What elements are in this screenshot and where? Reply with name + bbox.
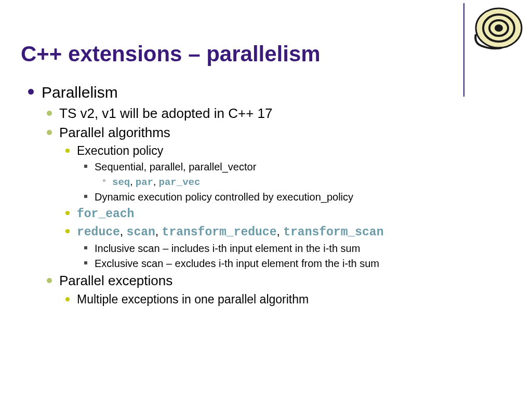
bullet-l4: Inclusive scan – includes i-th input ele… (77, 242, 511, 256)
bullet-l4: Sequential, parallel, parallel_vector se… (77, 160, 511, 190)
bullet-text: Sequential, parallel, parallel_vector (95, 161, 256, 172)
sep: , (120, 224, 127, 238)
bullet-l3: Execution policy Sequential, parallel, p… (59, 143, 511, 205)
bullet-l4: Dynamic execution policy controlled by e… (77, 190, 511, 204)
sep: , (155, 224, 162, 238)
bullet-l4: Exclusive scan – excludes i-th input ele… (77, 257, 511, 271)
code-text: par_vec (159, 177, 201, 188)
bullet-text: Parallel algorithms (59, 125, 170, 140)
bullet-text: Multiple exceptions in one parallel algo… (77, 292, 309, 306)
bullet-text: Dynamic execution policy controlled by e… (95, 191, 353, 203)
bullet-l3: for_each (59, 205, 511, 222)
slide-title: C++ extensions – parallelism (21, 42, 511, 66)
sep: , (276, 224, 283, 238)
bullet-l2: TS v2, v1 will be adopted in C++ 17 (42, 104, 511, 123)
code-text: par (136, 177, 153, 188)
bullet-text: Parallel exceptions (59, 273, 172, 288)
bullet-l2: Parallel algorithms Execution policy Seq… (42, 124, 511, 271)
bullet-text: Execution policy (77, 144, 163, 157)
code-text: seq (112, 177, 130, 188)
bullet-l2: Parallel exceptions Multiple exceptions … (42, 272, 511, 307)
code-text: reduce (77, 225, 120, 239)
sep: , (130, 176, 136, 187)
bullet-text: Exclusive scan – excludes i-th input ele… (95, 258, 379, 269)
bullet-l3: Multiple exceptions in one parallel algo… (59, 291, 511, 308)
bullet-text: TS v2, v1 will be adopted in C++ 17 (59, 105, 272, 121)
slide: C++ extensions – parallelism Parallelism… (0, 0, 532, 330)
bullet-l3: reduce, scan, transform_reduce, transfor… (59, 223, 511, 271)
bullet-l5: seq, par, par_vec (95, 175, 511, 190)
code-text: transform_reduce (162, 225, 277, 239)
slide-content: Parallelism TS v2, v1 will be adopted in… (21, 82, 511, 308)
code-text: for_each (77, 207, 134, 221)
code-text: scan (127, 225, 155, 239)
bullet-l1: Parallelism TS v2, v1 will be adopted in… (26, 82, 511, 308)
code-text: transform_scan (283, 225, 383, 239)
sep: , (153, 176, 159, 187)
bullet-text: Parallelism (42, 84, 118, 101)
bullet-text: Inclusive scan – includes i-th input ele… (95, 243, 360, 254)
